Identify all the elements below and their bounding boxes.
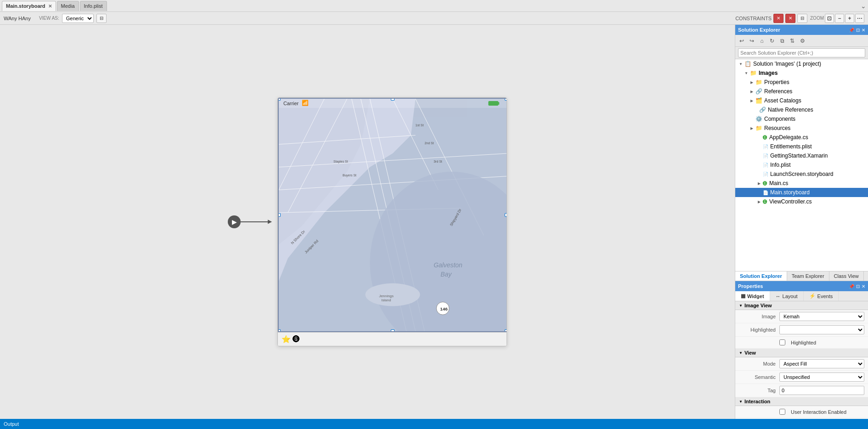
tree-item-native-references[interactable]: 🔗 Native References <box>735 105 868 114</box>
tree-item-asset-catalogs[interactable]: 🗂️ Asset Catalogs <box>735 96 868 105</box>
info-plist-icon: 📄 <box>763 163 768 168</box>
tab-collapse-icon[interactable]: ⌄ <box>861 2 866 10</box>
view-section-header[interactable]: ▼ View <box>735 349 868 357</box>
gettingstarted-label: GettingStarted.Xamarin <box>770 152 828 159</box>
tree-item-main-storyboard[interactable]: 📄 Main.storyboard <box>735 188 868 197</box>
layout-icon: ↔ <box>776 294 781 299</box>
props-row-highlighted-checkbox: Highlighted <box>735 337 868 349</box>
tree-item-components[interactable]: ⚙️ Components <box>735 114 868 124</box>
resize-handle-tc[interactable] <box>391 98 395 101</box>
se-tab-team-explorer[interactable]: Team Explorer <box>787 271 829 281</box>
events-icon: ⚡ <box>809 293 816 299</box>
tree-item-info-plist[interactable]: 📄 Info.plist <box>735 160 868 169</box>
constraints-update-btn[interactable]: ✕ <box>785 14 795 23</box>
zoom-in-btn[interactable]: + <box>845 14 854 23</box>
se-refresh-btn[interactable]: ↻ <box>767 36 777 45</box>
tab-info-plist[interactable]: Info.plist <box>80 1 107 11</box>
tab-media[interactable]: Media <box>57 1 79 11</box>
tree-item-properties[interactable]: 📁 Properties <box>735 78 868 87</box>
image-view-section-header[interactable]: ▼ Image View <box>735 301 868 310</box>
events-tab-label: Events <box>817 294 833 299</box>
interaction-section-header[interactable]: ▼ Interaction <box>735 397 868 406</box>
tree-item-solution[interactable]: 📋 Solution 'Images' (1 project) <box>735 59 868 68</box>
view-as-select[interactable]: Generic <box>62 14 94 23</box>
solution-explorer-title: Solution Explorer <box>738 27 780 33</box>
se-filter-btn[interactable]: ⧉ <box>778 36 787 45</box>
tag-value-input[interactable] <box>779 386 864 395</box>
tree-item-gettingstarted[interactable]: 📄 GettingStarted.Xamarin <box>735 151 868 160</box>
highlighted-prop-label: Highlighted <box>739 327 776 333</box>
se-tab-solution-explorer[interactable]: Solution Explorer <box>735 271 787 281</box>
mode-value-select[interactable]: Aspect Fill <box>779 359 864 368</box>
highlighted-value-select[interactable] <box>779 325 864 334</box>
svg-text:Carrier: Carrier <box>283 101 299 106</box>
viewcontroller-label: ViewController.cs <box>769 198 812 205</box>
se-pin-btn[interactable]: 📌 <box>849 28 854 33</box>
zoom-out-btn[interactable]: − <box>835 14 844 23</box>
highlighted-checkbox[interactable] <box>779 339 785 345</box>
resize-handle-mr[interactable] <box>505 213 507 217</box>
resize-handle-br[interactable] <box>505 329 507 332</box>
props-collapse-btn[interactable]: ⊡ <box>856 284 860 289</box>
mode-prop-label: Mode <box>739 361 776 367</box>
svg-text:Buyers St: Buyers St <box>343 174 356 177</box>
se-close-btn[interactable]: ✕ <box>862 28 865 33</box>
props-tab-layout[interactable]: ↔ Layout <box>770 291 804 301</box>
image-value-select[interactable]: Kemah <box>779 312 864 321</box>
resize-handle-bc[interactable] <box>391 329 395 332</box>
tree-item-main-cs[interactable]: 🅒 Main.cs <box>735 179 868 188</box>
native-references-icon: 🔗 <box>759 107 766 113</box>
tree-item-viewcontroller[interactable]: 🅒 ViewController.cs <box>735 197 868 206</box>
canvas-scroll-content: ▶ <box>0 25 735 419</box>
right-panel: Solution Explorer 📌 ⊡ ✕ ↩ ↪ ⌂ ↻ ⧉ ⇅ ⚙ <box>735 25 868 419</box>
semantic-value-select[interactable]: Unspecified <box>779 373 864 382</box>
se-sort-btn[interactable]: ⇅ <box>788 36 797 45</box>
iphone-screen: Galveston Bay Jennings Island N Shore Dr… <box>278 98 507 332</box>
solution-label: Solution 'Images' (1 project) <box>753 61 821 67</box>
props-tabs: ▦ Widget ↔ Layout ⚡ Events <box>735 291 868 301</box>
se-home-btn[interactable]: ⌂ <box>757 36 767 45</box>
tree-item-launchscreen[interactable]: 📄 LaunchScreen.storyboard <box>735 169 868 179</box>
se-tab-class-view[interactable]: Class View <box>829 271 864 281</box>
resize-handle-tl[interactable] <box>278 98 281 101</box>
props-close-btn[interactable]: ✕ <box>862 284 865 289</box>
entitlements-icon: 📄 <box>763 144 768 149</box>
se-search-input[interactable] <box>738 48 865 57</box>
emoji-star-icon: ⭐ <box>282 335 291 344</box>
view-controller[interactable]: Galveston Bay Jennings Island N Shore Dr… <box>277 97 507 346</box>
resize-handle-ml[interactable] <box>278 213 281 217</box>
se-settings-btn[interactable]: ⚙ <box>798 36 807 45</box>
tab-main-storyboard[interactable]: Main.storyboard ✕ <box>2 1 56 11</box>
canvas-area[interactable]: ▶ <box>0 25 735 419</box>
tab-close-main-storyboard[interactable]: ✕ <box>48 4 52 9</box>
props-row-semantic: Semantic Unspecified <box>735 371 868 384</box>
se-back-btn[interactable]: ↩ <box>737 36 746 45</box>
zoom-menu-btn[interactable]: ⋯ <box>855 14 864 23</box>
google-g-icon: 🅖 <box>293 335 300 344</box>
size-toggle-button[interactable]: ⊟ <box>96 14 107 23</box>
user-interaction-checkbox[interactable] <box>779 409 785 415</box>
zoom-fit-btn[interactable]: ⊡ <box>825 14 834 23</box>
constraints-add-btn[interactable]: ✕ <box>773 14 783 23</box>
gettingstarted-icon: 📄 <box>763 153 768 158</box>
map-svg: Galveston Bay Jennings Island N Shore Dr… <box>279 99 507 331</box>
tree-item-entitlements[interactable]: 📄 Entitlements.plist <box>735 142 868 151</box>
tree-item-references[interactable]: 🔗 References <box>735 87 868 96</box>
svg-text:Island: Island <box>381 298 391 302</box>
constraints-view-btn[interactable]: ⊟ <box>797 14 807 23</box>
props-pin-btn[interactable]: 📌 <box>849 284 854 289</box>
solution-explorer-panel: Solution Explorer 📌 ⊡ ✕ ↩ ↪ ⌂ ↻ ⧉ ⇅ ⚙ <box>735 25 868 281</box>
resize-handle-tr[interactable] <box>505 98 507 101</box>
se-forward-btn[interactable]: ↪ <box>747 36 756 45</box>
tree-item-images[interactable]: 📁 Images <box>735 68 868 78</box>
tree-item-resources[interactable]: 📁 Resources <box>735 124 868 133</box>
props-tab-widget[interactable]: ▦ Widget <box>735 291 770 301</box>
design-toolbar: WAny HAny VIEW AS: Generic ⊟ CONSTRAINTS… <box>0 12 868 25</box>
se-collapse-btn[interactable]: ⊡ <box>856 28 860 33</box>
widget-icon: ▦ <box>741 293 745 299</box>
tree-item-appdelegate[interactable]: 🅒 AppDelegate.cs <box>735 133 868 142</box>
view-section-arrow: ▼ <box>739 351 743 355</box>
props-row-image: Image Kemah <box>735 310 868 323</box>
resize-handle-bl[interactable] <box>278 329 281 332</box>
props-tab-events[interactable]: ⚡ Events <box>804 291 839 301</box>
